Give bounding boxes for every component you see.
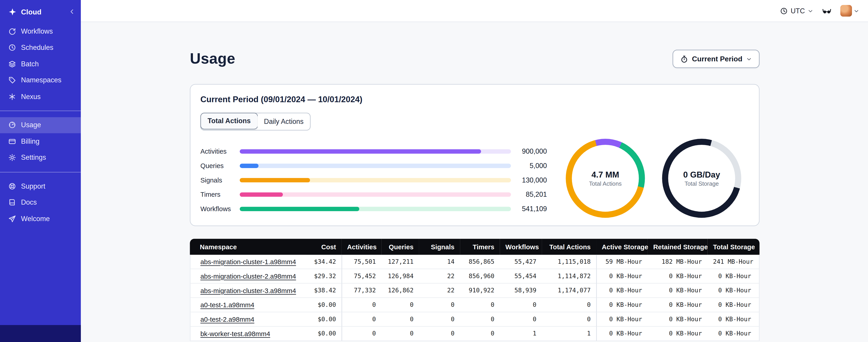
cell-retained-storage: 0 KB-Hour bbox=[648, 312, 708, 327]
sidebar-nav-main: WorkflowsSchedulesBatchNamespacesNexus bbox=[0, 23, 81, 105]
cell-total-storage: 241 MB-Hour bbox=[707, 255, 759, 269]
cell-retained-storage: 0 KB-Hour bbox=[648, 298, 708, 312]
table-row: abs-migration-cluster-3.a98mm4$38.4277,3… bbox=[190, 283, 759, 298]
cell-workflows: 0 bbox=[500, 312, 542, 327]
col-header-active-storage: Active Storage bbox=[596, 239, 648, 255]
chevron-down-icon bbox=[746, 56, 752, 62]
brand-label: Cloud bbox=[21, 7, 41, 16]
sidebar-item-support[interactable]: Support bbox=[0, 178, 81, 194]
bar-label: Queries bbox=[200, 162, 240, 170]
table-row: a0-test-1.a98mm4$0.000000000 KB-Hour0 KB… bbox=[190, 298, 759, 312]
tab-daily-actions[interactable]: Daily Actions bbox=[257, 113, 310, 130]
namespace-link[interactable]: a0-test-1.a98mm4 bbox=[200, 301, 254, 309]
sidebar-item-billing[interactable]: Billing bbox=[0, 133, 81, 149]
cell-workflows: 0 bbox=[500, 298, 542, 312]
sidebar-nav-help: SupportDocsWelcome bbox=[0, 178, 81, 227]
chevron-down-icon bbox=[808, 8, 813, 14]
user-menu[interactable] bbox=[840, 5, 859, 16]
namespace-link[interactable]: abs-migration-cluster-1.a98mm4 bbox=[200, 258, 296, 266]
cell-activities: 77,332 bbox=[342, 283, 381, 298]
cell-retained-storage: 0 KB-Hour bbox=[648, 283, 708, 298]
donut-label: Total Storage bbox=[685, 180, 719, 187]
cell-active-storage: 0 KB-Hour bbox=[596, 269, 648, 283]
clock-icon bbox=[780, 7, 788, 15]
table-row: a0-test-2.a98mm4$0.000000000 KB-Hour0 KB… bbox=[190, 312, 759, 327]
sidebar-item-label: Workflows bbox=[21, 28, 53, 35]
bar-label: Timers bbox=[200, 191, 240, 198]
donut-value: 4.7 MM bbox=[591, 170, 619, 179]
period-selector-button[interactable]: Current Period bbox=[673, 50, 760, 68]
app-root: Cloud WorkflowsSchedulesBatchNamespacesN… bbox=[0, 0, 868, 342]
col-header-retained-storage: Retained Storage bbox=[648, 239, 708, 255]
sidebar-item-nexus[interactable]: Nexus bbox=[0, 89, 81, 105]
sidebar-item-schedules[interactable]: Schedules bbox=[0, 39, 81, 56]
bar-value: 541,109 bbox=[511, 205, 547, 213]
cell-timers: 0 bbox=[460, 298, 500, 312]
sidebar-item-usage[interactable]: Usage bbox=[0, 117, 81, 133]
bar-track bbox=[240, 193, 511, 197]
tab-total-actions[interactable]: Total Actions bbox=[200, 113, 258, 130]
cell-total-actions: 1,174,077 bbox=[542, 283, 596, 298]
timezone-selector[interactable]: UTC bbox=[780, 7, 813, 15]
namespace-link[interactable]: abs-migration-cluster-2.a98mm4 bbox=[200, 272, 296, 280]
namespace-link[interactable]: bk-worker-test.a98mm4 bbox=[200, 330, 270, 338]
bar-row-activities: Activities900,000 bbox=[200, 144, 547, 159]
sidebar-item-welcome[interactable]: Welcome bbox=[0, 211, 81, 227]
sidebar-item-settings[interactable]: Settings bbox=[0, 149, 81, 166]
col-header-total-actions: Total Actions bbox=[542, 239, 596, 255]
cell-total-actions: 0 bbox=[542, 298, 596, 312]
sidebar-item-batch[interactable]: Batch bbox=[0, 56, 81, 72]
bar-label: Workflows bbox=[200, 205, 240, 213]
col-header-namespace: Namespace bbox=[190, 239, 306, 255]
cell-signals: 0 bbox=[419, 327, 460, 341]
cell-signals: 0 bbox=[419, 298, 460, 312]
batch-icon bbox=[8, 60, 16, 68]
cell-total-actions: 1 bbox=[542, 327, 596, 341]
sidebar-item-label: Settings bbox=[21, 154, 46, 162]
table-row: abs-migration-cluster-1.a98mm4$34.4275,5… bbox=[190, 255, 759, 269]
sidebar-item-label: Schedules bbox=[21, 44, 53, 52]
sidebar-brand: Cloud bbox=[0, 0, 81, 23]
bar-label: Signals bbox=[200, 176, 240, 184]
cell-active-storage: 0 KB-Hour bbox=[596, 312, 648, 327]
donut-label: Total Actions bbox=[589, 180, 622, 187]
timezone-label: UTC bbox=[791, 7, 805, 15]
donut-center: 0 GB/Day Total Storage bbox=[668, 145, 735, 212]
cell-total-actions: 1,114,872 bbox=[542, 269, 596, 283]
cell-retained-storage: 182 MB-Hour bbox=[648, 255, 708, 269]
namespace-cell: a0-test-2.a98mm4 bbox=[190, 312, 306, 327]
cell-retained-storage: 0 KB-Hour bbox=[648, 327, 708, 341]
namespace-cell: abs-migration-cluster-3.a98mm4 bbox=[190, 283, 306, 298]
bar-row-signals: Signals130,000 bbox=[200, 173, 547, 187]
sidebar-item-label: Support bbox=[21, 182, 45, 190]
col-header-queries: Queries bbox=[381, 239, 419, 255]
sidebar-item-namespaces[interactable]: Namespaces bbox=[0, 72, 81, 89]
cell-workflows: 55,427 bbox=[500, 255, 542, 269]
bar-row-timers: Timers85,201 bbox=[200, 187, 547, 202]
sidebar-item-workflows[interactable]: Workflows bbox=[0, 23, 81, 39]
sidebar-divider bbox=[0, 172, 81, 172]
donut-center: 4.7 MM Total Actions bbox=[572, 145, 639, 212]
bar-track bbox=[240, 207, 511, 211]
cell-total-storage: 0 KB-Hour bbox=[707, 283, 759, 298]
table-header-row: NamespaceCostActivitiesQueriesSignalsTim… bbox=[190, 239, 759, 255]
cell-retained-storage: 0 KB-Hour bbox=[648, 269, 708, 283]
cell-queries: 0 bbox=[381, 298, 419, 312]
sidebar-divider bbox=[0, 110, 81, 111]
schedules-icon bbox=[8, 44, 16, 52]
namespace-link[interactable]: abs-migration-cluster-3.a98mm4 bbox=[200, 286, 296, 294]
namespace-cell: bk-worker-test.a98mm4 bbox=[190, 327, 306, 341]
cell-active-storage: 0 KB-Hour bbox=[596, 298, 648, 312]
sidebar-item-docs[interactable]: Docs bbox=[0, 194, 81, 210]
cell-active-storage: 0 KB-Hour bbox=[596, 283, 648, 298]
cell-queries: 0 bbox=[381, 312, 419, 327]
namespace-link[interactable]: a0-test-2.a98mm4 bbox=[200, 315, 254, 323]
cell-signals: 22 bbox=[419, 283, 460, 298]
cell-timers: 0 bbox=[460, 327, 500, 341]
cell-total-actions: 1,115,018 bbox=[542, 255, 596, 269]
sidebar-collapse-button[interactable] bbox=[69, 8, 75, 15]
usage-table: NamespaceCostActivitiesQueriesSignalsTim… bbox=[190, 239, 759, 341]
donut-value: 0 GB/Day bbox=[683, 170, 720, 179]
period-selector-label: Current Period bbox=[692, 55, 742, 63]
glasses-icon[interactable] bbox=[822, 6, 832, 15]
